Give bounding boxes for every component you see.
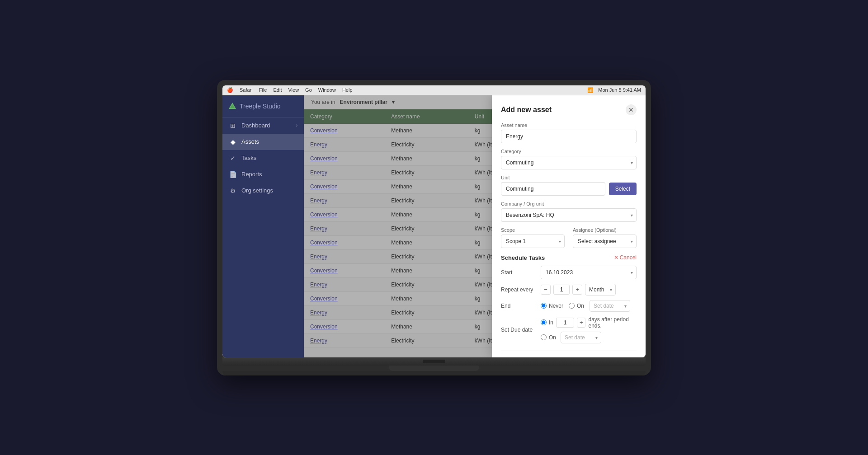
company-label: Company / Org unit bbox=[501, 201, 637, 206]
due-on-option[interactable]: On bbox=[541, 334, 556, 341]
unit-row: Select bbox=[501, 182, 637, 196]
repeat-unit-wrapper: Month Week Year ▾ bbox=[585, 284, 616, 296]
asset-name-label: Asset name bbox=[501, 122, 637, 128]
treeple-logo-icon bbox=[228, 102, 237, 111]
cancel-schedule-button[interactable]: ✕ Cancel bbox=[614, 254, 637, 261]
end-row: End Never On bbox=[501, 300, 637, 312]
unit-input[interactable] bbox=[501, 182, 605, 196]
reports-icon: 📄 bbox=[229, 171, 237, 178]
due-on-radio[interactable] bbox=[541, 334, 547, 340]
unit-label: Unit bbox=[501, 175, 637, 180]
end-on-radio[interactable] bbox=[569, 303, 575, 309]
menu-edit[interactable]: Edit bbox=[273, 87, 282, 93]
asset-name-input[interactable] bbox=[501, 130, 637, 143]
repeat-value-input[interactable] bbox=[553, 285, 570, 295]
end-date-select[interactable]: Set date bbox=[590, 300, 630, 312]
due-on-label: On bbox=[549, 334, 556, 341]
scope-select-wrapper: Scope 1 Scope 2 Scope 3 ▾ bbox=[501, 235, 565, 248]
scope-group: Scope Scope 1 Scope 2 Scope 3 ▾ bbox=[501, 227, 565, 248]
category-select[interactable]: Commuting Energy Conversion bbox=[501, 156, 637, 169]
repeat-label: Repeat every bbox=[501, 286, 537, 293]
scope-label: Scope bbox=[501, 227, 565, 233]
dashboard-icon: ⊞ bbox=[229, 122, 237, 129]
wifi-icon: 📶 bbox=[587, 87, 594, 93]
clock: Mon Jun 5 9:41 AM bbox=[598, 87, 641, 93]
start-date-wrapper: 16.10.2023 ▾ bbox=[541, 266, 637, 279]
assignee-group: Assignee (Optional) Select assignee ▾ bbox=[573, 227, 637, 248]
logo-text: Treeple Studio bbox=[240, 103, 281, 110]
end-on-option[interactable]: On bbox=[569, 303, 584, 309]
due-in-label: In bbox=[549, 319, 553, 326]
schedule-header: Schedule Tasks ✕ Cancel bbox=[501, 254, 637, 261]
category-group: Category Commuting Energy Conversion ▾ bbox=[501, 149, 637, 169]
modal-close-button[interactable]: ✕ bbox=[626, 104, 637, 115]
x-icon: ✕ bbox=[614, 254, 618, 261]
menu-safari[interactable]: Safari bbox=[240, 87, 253, 93]
tasks-label: Tasks bbox=[241, 155, 256, 161]
repeat-increment-button[interactable]: + bbox=[572, 285, 582, 295]
assignee-select[interactable]: Select assignee bbox=[573, 235, 637, 248]
sidebar-item-reports[interactable]: 📄 Reports bbox=[222, 166, 304, 183]
modal-footer: Cancel Save bbox=[501, 351, 637, 357]
due-in-radio[interactable] bbox=[541, 319, 547, 325]
assignee-select-wrapper: Select assignee ▾ bbox=[573, 235, 637, 248]
apple-menu[interactable]: 🍎 bbox=[227, 87, 233, 93]
due-days-input[interactable] bbox=[556, 318, 574, 328]
end-date-wrapper: Set date ▾ bbox=[590, 300, 630, 312]
due-days-increment-button[interactable]: + bbox=[577, 318, 585, 328]
due-on-date-select[interactable]: Set date bbox=[561, 332, 601, 343]
end-radio-group: Never On Set date ▾ bbox=[541, 300, 630, 312]
repeat-unit-select[interactable]: Month Week Year bbox=[585, 284, 616, 296]
start-row: Start 16.10.2023 ▾ bbox=[501, 266, 637, 279]
menubar: 🍎 Safari File Edit View Go Window Help 📶… bbox=[222, 85, 646, 95]
scope-assignee-row: Scope Scope 1 Scope 2 Scope 3 ▾ bbox=[501, 227, 637, 248]
menu-go[interactable]: Go bbox=[305, 87, 312, 93]
sidebar-item-dashboard[interactable]: ⊞ Dashboard › bbox=[222, 117, 304, 134]
menubar-left: 🍎 Safari File Edit View Go Window Help bbox=[227, 87, 353, 93]
menu-help[interactable]: Help bbox=[342, 87, 353, 93]
menu-window[interactable]: Window bbox=[318, 87, 336, 93]
repeat-row: Repeat every − + Month Week Year bbox=[501, 284, 637, 296]
modal-header: Add new asset ✕ bbox=[501, 104, 637, 115]
repeat-decrement-button[interactable]: − bbox=[541, 285, 551, 295]
company-select[interactable]: Besenzoni SpA: HQ bbox=[501, 208, 637, 222]
scope-select[interactable]: Scope 1 Scope 2 Scope 3 bbox=[501, 235, 565, 248]
unit-select-button[interactable]: Select bbox=[609, 183, 637, 195]
due-date-row: Set Due date In + days after period ends… bbox=[501, 316, 637, 343]
start-date-select[interactable]: 16.10.2023 bbox=[541, 266, 637, 279]
assets-icon: ◆ bbox=[229, 138, 237, 145]
menubar-right: 📶 Mon Jun 5 9:41 AM bbox=[587, 87, 641, 93]
add-asset-modal: Add new asset ✕ Asset name Category Comm… bbox=[492, 95, 646, 357]
category-select-wrapper: Commuting Energy Conversion ▾ bbox=[501, 156, 637, 169]
company-select-wrapper: Besenzoni SpA: HQ ▾ bbox=[501, 208, 637, 222]
end-never-label: Never bbox=[549, 303, 563, 309]
repeat-controls: − + Month Week Year ▾ bbox=[541, 284, 616, 296]
due-date-options: In + days after period ends. On bbox=[541, 316, 637, 343]
due-on-date-wrapper: Set date ▾ bbox=[561, 332, 601, 343]
due-date-label: Set Due date bbox=[501, 327, 537, 333]
orgsettings-label: Org settings bbox=[241, 187, 273, 194]
dashboard-label: Dashboard bbox=[241, 122, 270, 129]
company-group: Company / Org unit Besenzoni SpA: HQ ▾ bbox=[501, 201, 637, 222]
end-on-label: On bbox=[577, 303, 584, 309]
modal-title: Add new asset bbox=[501, 106, 552, 114]
start-label: Start bbox=[501, 269, 537, 276]
sidebar-logo: Treeple Studio bbox=[222, 95, 304, 117]
sidebar-item-tasks[interactable]: ✓ Tasks bbox=[222, 150, 304, 166]
end-never-radio[interactable] bbox=[541, 303, 547, 309]
due-date-on-row: On Set date ▾ bbox=[541, 332, 637, 343]
due-in-option[interactable]: In bbox=[541, 319, 553, 326]
days-after-text: days after period ends. bbox=[588, 316, 637, 329]
due-date-in-row: In + days after period ends. bbox=[541, 316, 637, 329]
sidebar-item-assets[interactable]: ◆ Assets bbox=[222, 134, 304, 150]
menu-view[interactable]: View bbox=[288, 87, 299, 93]
app-container: Treeple Studio ⊞ Dashboard › ◆ Assets ✓ … bbox=[222, 95, 646, 357]
unit-group: Unit Select bbox=[501, 175, 637, 196]
menu-file[interactable]: File bbox=[259, 87, 267, 93]
end-never-option[interactable]: Never bbox=[541, 303, 563, 309]
dashboard-arrow: › bbox=[296, 123, 297, 128]
main-content: You are in Environment pillar ▾ Category… bbox=[304, 95, 646, 357]
assets-label: Assets bbox=[241, 138, 259, 145]
category-label: Category bbox=[501, 149, 637, 154]
sidebar-item-orgsettings[interactable]: ⚙ Org settings bbox=[222, 183, 304, 199]
